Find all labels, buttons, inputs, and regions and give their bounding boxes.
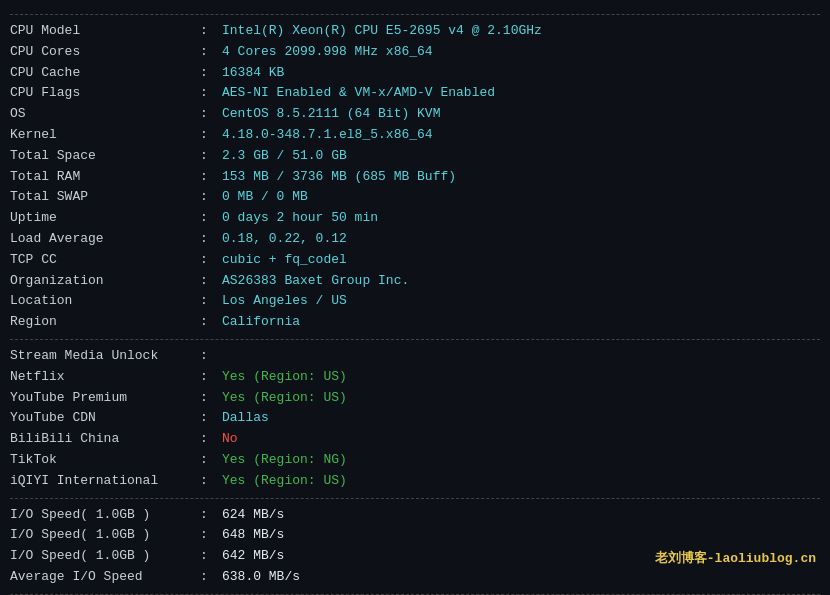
row-label: TCP CC bbox=[10, 250, 200, 271]
row-colon: : bbox=[200, 167, 216, 188]
row-label: CPU Model bbox=[10, 21, 200, 42]
row-value: Dallas bbox=[222, 408, 269, 429]
table-row: Uptime : 0 days 2 hour 50 min bbox=[10, 208, 820, 229]
row-value: Yes (Region: US) bbox=[222, 388, 347, 409]
row-colon: : bbox=[200, 291, 216, 312]
table-row: Stream Media Unlock : bbox=[10, 346, 820, 367]
row-colon: : bbox=[200, 367, 216, 388]
row-label: YouTube CDN bbox=[10, 408, 200, 429]
row-value: 4.18.0-348.7.1.el8_5.x86_64 bbox=[222, 125, 433, 146]
table-row: CPU Cache : 16384 KB bbox=[10, 63, 820, 84]
row-colon: : bbox=[200, 125, 216, 146]
row-value: 2.3 GB / 51.0 GB bbox=[222, 146, 347, 167]
row-value: Intel(R) Xeon(R) CPU E5-2695 v4 @ 2.10GH… bbox=[222, 21, 542, 42]
table-row: CPU Model : Intel(R) Xeon(R) CPU E5-2695… bbox=[10, 21, 820, 42]
row-colon: : bbox=[200, 312, 216, 333]
system-divider bbox=[10, 339, 820, 340]
row-label: Organization bbox=[10, 271, 200, 292]
row-colon: : bbox=[200, 546, 216, 567]
row-value: Yes (Region: US) bbox=[222, 367, 347, 388]
row-colon: : bbox=[200, 525, 216, 546]
row-label: iQIYI International bbox=[10, 471, 200, 492]
table-row: Load Average : 0.18, 0.22, 0.12 bbox=[10, 229, 820, 250]
table-row: CPU Cores : 4 Cores 2099.998 MHz x86_64 bbox=[10, 42, 820, 63]
row-colon: : bbox=[200, 42, 216, 63]
row-colon: : bbox=[200, 229, 216, 250]
row-colon: : bbox=[200, 83, 216, 104]
row-label: BiliBili China bbox=[10, 429, 200, 450]
row-value: Yes (Region: NG) bbox=[222, 450, 347, 471]
row-label: Region bbox=[10, 312, 200, 333]
row-label: Average I/O Speed bbox=[10, 567, 200, 588]
table-row: Organization : AS26383 Baxet Group Inc. bbox=[10, 271, 820, 292]
row-value: cubic + fq_codel bbox=[222, 250, 347, 271]
row-colon: : bbox=[200, 271, 216, 292]
row-value: Los Angeles / US bbox=[222, 291, 347, 312]
row-colon: : bbox=[200, 146, 216, 167]
table-row: Netflix : Yes (Region: US) bbox=[10, 367, 820, 388]
table-row: iQIYI International : Yes (Region: US) bbox=[10, 471, 820, 492]
row-value: California bbox=[222, 312, 300, 333]
row-colon: : bbox=[200, 21, 216, 42]
row-label: TikTok bbox=[10, 450, 200, 471]
row-value: 648 MB/s bbox=[222, 525, 284, 546]
row-value: 0.18, 0.22, 0.12 bbox=[222, 229, 347, 250]
table-row: TCP CC : cubic + fq_codel bbox=[10, 250, 820, 271]
row-colon: : bbox=[200, 567, 216, 588]
row-label: Location bbox=[10, 291, 200, 312]
stream-section: Stream Media Unlock : Netflix : Yes (Reg… bbox=[10, 346, 820, 492]
watermark: 老刘博客-laoliublog.cn bbox=[655, 549, 816, 567]
row-colon: : bbox=[200, 471, 216, 492]
row-label: Netflix bbox=[10, 367, 200, 388]
row-colon: : bbox=[200, 388, 216, 409]
row-label: I/O Speed( 1.0GB ) bbox=[10, 505, 200, 526]
row-label: CPU Cores bbox=[10, 42, 200, 63]
system-section: CPU Model : Intel(R) Xeon(R) CPU E5-2695… bbox=[10, 21, 820, 333]
row-colon: : bbox=[200, 104, 216, 125]
row-value: CentOS 8.5.2111 (64 Bit) KVM bbox=[222, 104, 440, 125]
row-value: 153 MB / 3736 MB (685 MB Buff) bbox=[222, 167, 456, 188]
row-colon: : bbox=[200, 187, 216, 208]
row-label: I/O Speed( 1.0GB ) bbox=[10, 546, 200, 567]
table-row: Total Space : 2.3 GB / 51.0 GB bbox=[10, 146, 820, 167]
top-divider bbox=[10, 14, 820, 15]
row-value: 638.0 MB/s bbox=[222, 567, 300, 588]
row-colon: : bbox=[200, 63, 216, 84]
table-row: CPU Flags : AES-NI Enabled & VM-x/AMD-V … bbox=[10, 83, 820, 104]
table-row: OS : CentOS 8.5.2111 (64 Bit) KVM bbox=[10, 104, 820, 125]
row-label: I/O Speed( 1.0GB ) bbox=[10, 525, 200, 546]
table-row: Kernel : 4.18.0-348.7.1.el8_5.x86_64 bbox=[10, 125, 820, 146]
row-label: CPU Flags bbox=[10, 83, 200, 104]
table-row: I/O Speed( 1.0GB ) : 648 MB/s bbox=[10, 525, 820, 546]
row-label: Kernel bbox=[10, 125, 200, 146]
table-row: TikTok : Yes (Region: NG) bbox=[10, 450, 820, 471]
row-colon: : bbox=[200, 505, 216, 526]
row-value: AS26383 Baxet Group Inc. bbox=[222, 271, 409, 292]
row-value: 0 MB / 0 MB bbox=[222, 187, 308, 208]
row-label: Stream Media Unlock bbox=[10, 346, 200, 367]
table-row: I/O Speed( 1.0GB ) : 624 MB/s bbox=[10, 505, 820, 526]
row-colon: : bbox=[200, 208, 216, 229]
table-row: Region : California bbox=[10, 312, 820, 333]
row-colon: : bbox=[200, 250, 216, 271]
row-value: 0 days 2 hour 50 min bbox=[222, 208, 378, 229]
row-value: AES-NI Enabled & VM-x/AMD-V Enabled bbox=[222, 83, 495, 104]
row-label: Total RAM bbox=[10, 167, 200, 188]
row-colon: : bbox=[200, 408, 216, 429]
row-label: OS bbox=[10, 104, 200, 125]
row-colon: : bbox=[200, 429, 216, 450]
table-row: YouTube CDN : Dallas bbox=[10, 408, 820, 429]
table-row: BiliBili China : No bbox=[10, 429, 820, 450]
table-row: Location : Los Angeles / US bbox=[10, 291, 820, 312]
row-label: YouTube Premium bbox=[10, 388, 200, 409]
row-value: Yes (Region: US) bbox=[222, 471, 347, 492]
row-value: 4 Cores 2099.998 MHz x86_64 bbox=[222, 42, 433, 63]
row-label: CPU Cache bbox=[10, 63, 200, 84]
table-row: Total RAM : 153 MB / 3736 MB (685 MB Buf… bbox=[10, 167, 820, 188]
table-row: YouTube Premium : Yes (Region: US) bbox=[10, 388, 820, 409]
row-value: 624 MB/s bbox=[222, 505, 284, 526]
table-row: Total SWAP : 0 MB / 0 MB bbox=[10, 187, 820, 208]
row-colon: : bbox=[200, 346, 216, 367]
row-value: No bbox=[222, 429, 238, 450]
row-label: Uptime bbox=[10, 208, 200, 229]
